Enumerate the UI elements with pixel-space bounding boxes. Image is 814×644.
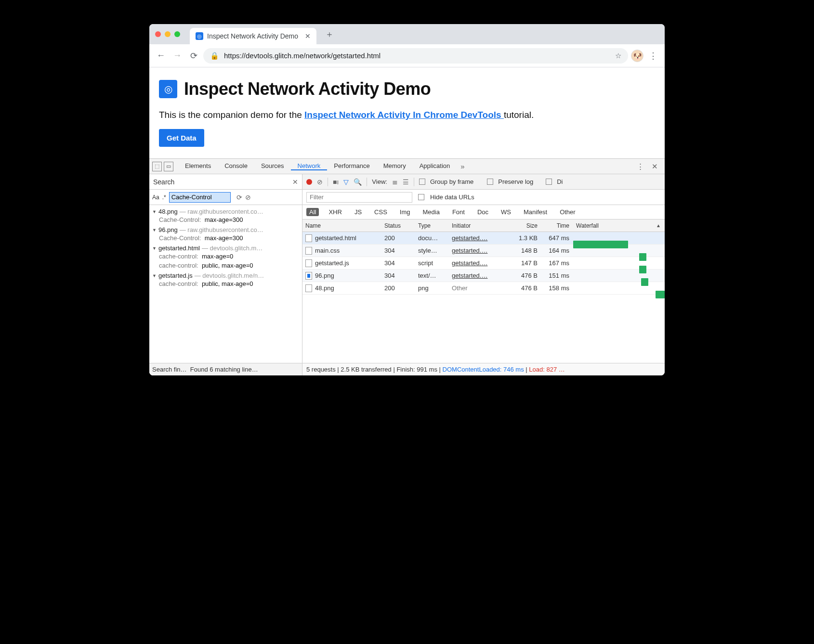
type-filter-media[interactable]: Media [420,208,442,216]
col-time[interactable]: Time [541,222,573,229]
record-button[interactable] [306,179,312,185]
result-source: — raw.githubusercontent.co… [180,226,263,233]
devtools-tab-console[interactable]: Console [218,162,254,169]
col-status[interactable]: Status [384,222,418,229]
devtools-menu-icon[interactable]: ⋮ [633,162,648,171]
initiator-link[interactable]: getstarted.… [452,259,487,267]
tutorial-link[interactable]: Inspect Network Activity In Chrome DevTo… [304,110,504,120]
result-filename: 96.png [158,226,178,233]
search-result-group[interactable]: ▼96.png — raw.githubusercontent.co…Cache… [149,225,302,244]
col-size[interactable]: Size [509,222,541,229]
preserve-log-checkbox[interactable] [487,179,493,185]
col-type[interactable]: Type [418,222,452,229]
browser-tab[interactable]: ◎ Inspect Network Activity Demo ✕ [190,28,316,44]
search-result-line[interactable]: cache-control: max-age=0 [152,252,299,261]
reload-button[interactable]: ⟳ [187,51,200,61]
devtools-tab-network[interactable]: Network [291,162,328,170]
file-icon [305,234,312,242]
lock-icon: 🔒 [210,52,219,60]
col-name[interactable]: Name [302,222,384,229]
file-icon [305,259,312,267]
type-filter-doc[interactable]: Doc [474,208,491,216]
more-tabs-icon[interactable]: » [457,162,468,170]
table-row[interactable]: getstarted.js304scriptgetstarted.…147 B1… [302,257,665,270]
table-row[interactable]: 96.png304text/…getstarted.…476 B151 ms [302,270,665,282]
device-toggle-icon[interactable]: ▭ [164,162,173,171]
type-filter-xhr[interactable]: XHR [326,208,344,216]
row-name: 48.png [315,284,334,292]
new-tab-button[interactable]: ＋ [325,28,334,40]
screenshot-icon[interactable]: ■ı [333,178,339,186]
col-waterfall[interactable]: Waterfall ▲ [573,222,665,229]
menu-icon[interactable]: ⋮ [646,51,660,61]
file-icon [305,284,312,292]
result-filename: getstarted.html [158,245,200,252]
disclosure-triangle-icon: ▼ [152,228,157,232]
forward-button[interactable]: → [171,51,184,61]
search-result-line[interactable]: Cache-Control: max-age=300 [152,215,299,224]
file-icon [305,272,312,280]
network-filter-bar: Hide data URLs [302,190,665,205]
star-icon[interactable]: ☆ [615,52,621,60]
regex-toggle[interactable]: .* [162,194,166,201]
type-filter-js[interactable]: JS [352,208,365,216]
row-time: 151 ms [541,272,573,279]
devtools-tab-sources[interactable]: Sources [254,162,291,169]
row-type: style… [418,247,452,254]
search-result-line[interactable]: cache-control: public, max-age=0 [152,279,299,288]
page-intro: This is the companion demo for the Inspe… [159,110,655,120]
search-toggle-icon[interactable]: 🔍 [354,178,362,186]
tab-title: Inspect Network Activity Demo [207,32,298,40]
maximize-window-button[interactable] [174,31,180,37]
table-row[interactable]: 48.png200pngOther476 B158 ms [302,282,665,295]
table-row[interactable]: getstarted.html200docu…getstarted.…1.3 K… [302,232,665,245]
group-by-frame-label: Group by frame [430,178,473,185]
search-result-line[interactable]: Cache-Control: max-age=300 [152,233,299,243]
close-window-button[interactable] [155,31,161,37]
group-by-frame-checkbox[interactable] [419,179,425,185]
search-result-group[interactable]: ▼getstarted.js — devtools.glitch.me/n…ca… [149,271,302,289]
address-bar[interactable]: 🔒 https://devtools.glitch.me/network/get… [203,48,628,64]
minimize-window-button[interactable] [165,31,171,37]
type-filter-all[interactable]: All [306,208,319,216]
devtools-tab-application[interactable]: Application [413,162,457,169]
devtools-tab-performance[interactable]: Performance [327,162,376,169]
disclosure-triangle-icon: ▼ [152,273,157,278]
clear-search-icon[interactable]: ⊘ [245,193,251,201]
disable-cache-checkbox[interactable] [546,179,552,185]
filter-toggle-icon[interactable]: ▽ [343,178,349,186]
devtools-tab-elements[interactable]: Elements [178,162,218,169]
close-tab-icon[interactable]: ✕ [305,32,311,40]
initiator-link[interactable]: getstarted.… [452,272,487,279]
initiator-link[interactable]: getstarted.… [452,234,487,242]
type-filter-other[interactable]: Other [557,208,578,216]
profile-avatar[interactable]: 🐶 [631,50,643,62]
type-filter-manifest[interactable]: Manifest [521,208,550,216]
search-result-group[interactable]: ▼getstarted.html — devtools.glitch.m…cac… [149,244,302,271]
hide-data-urls-checkbox[interactable] [418,194,424,200]
get-data-button[interactable]: Get Data [159,129,204,147]
clear-icon[interactable]: ⊘ [317,178,323,186]
row-status: 304 [384,247,418,254]
devtools-close-icon[interactable]: ✕ [648,162,662,171]
filter-input[interactable] [306,192,412,203]
search-result-group[interactable]: ▼48.png — raw.githubusercontent.co…Cache… [149,207,302,225]
search-status-bar: Search fin… Found 6 matching line… [149,363,302,375]
search-close-icon[interactable]: ✕ [292,178,298,186]
match-case-toggle[interactable]: Aa [152,194,159,201]
list-view-icon[interactable]: ≣ [392,178,398,186]
type-filter-ws[interactable]: WS [498,208,514,216]
initiator-link[interactable]: getstarted.… [452,247,487,254]
search-input[interactable] [169,192,231,203]
col-initiator[interactable]: Initiator [452,222,509,229]
large-rows-icon[interactable]: ☰ [403,178,409,186]
inspect-element-icon[interactable]: ⬚ [152,162,162,171]
refresh-search-icon[interactable]: ⟳ [236,193,242,201]
type-filter-img[interactable]: Img [397,208,413,216]
type-filter-css[interactable]: CSS [371,208,390,216]
devtools-tab-memory[interactable]: Memory [377,162,413,169]
search-result-line[interactable]: cache-control: public, max-age=0 [152,261,299,270]
back-button[interactable]: ← [154,51,168,61]
type-filter-font[interactable]: Font [449,208,468,216]
file-icon [305,247,312,255]
